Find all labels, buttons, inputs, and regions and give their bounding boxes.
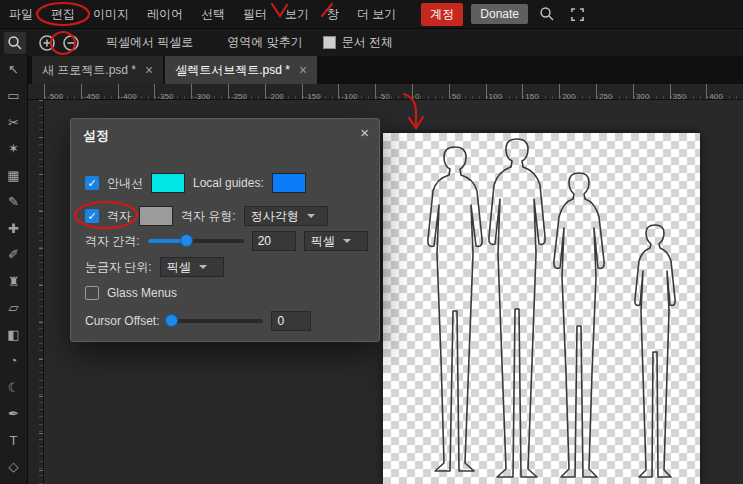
tool-icon: ✚ [8, 221, 19, 236]
tab-select-subject[interactable]: 셀렉트서브젝트.psd * × [165, 56, 317, 84]
ruler-tick: 100 [486, 84, 523, 100]
menu-item[interactable]: 이미지 [84, 0, 138, 28]
horizontal-ruler[interactable]: -500 -450 -400 -350 -300 -250 -200 -150 … [44, 84, 743, 100]
figure-outline-3 [554, 173, 604, 477]
toolbox: ↖ ▭ ✂ ✶ ▦ ✎ ✚ ✐ ♜ ▱ [0, 56, 28, 484]
whole-document-checkbox[interactable] [323, 36, 336, 49]
donate-button[interactable]: Donate [471, 4, 528, 24]
grid-gap-label: 격자 간격: [85, 233, 140, 250]
text-tool[interactable]: T [0, 427, 28, 454]
local-guides-label: Local guides: [193, 176, 264, 190]
close-icon[interactable]: × [360, 124, 369, 141]
ruler-tick: -400 [118, 84, 155, 100]
magic-wand-tool[interactable]: ✶ [0, 136, 28, 163]
ruler-tick: -100 [338, 84, 375, 100]
menu-item[interactable]: 선택 [192, 0, 234, 28]
chevron-down-icon [307, 214, 315, 218]
local-guides-color-swatch[interactable] [272, 173, 306, 193]
tool-icon: ✐ [8, 247, 19, 262]
grid-label: 격자 [107, 208, 131, 225]
ruler-tick: 350 [670, 84, 707, 100]
close-icon[interactable]: × [145, 63, 153, 77]
menu-item[interactable]: 창 [318, 0, 348, 28]
cursor-offset-slider[interactable] [167, 319, 263, 323]
dialog-title: 설정 [83, 127, 109, 145]
vertical-ruler[interactable] [28, 100, 44, 484]
cursor-offset-label: Cursor Offset: [85, 314, 159, 328]
clone-stamp-tool[interactable]: ♜ [0, 268, 28, 295]
ruler-tick: 50 [449, 84, 486, 100]
grid-gap-slider[interactable] [148, 239, 244, 243]
shape-tool[interactable]: ◇ [0, 454, 28, 481]
grid-type-select[interactable]: 정사각형 [244, 206, 328, 226]
ruler-tick: 250 [596, 84, 633, 100]
grid-gap-unit-select[interactable]: 픽셀 [304, 231, 368, 251]
menu-item[interactable]: 보기 [276, 0, 318, 28]
cursor-offset-input[interactable] [271, 311, 311, 331]
guides-row: ✓ 안내선 Local guides: [85, 171, 369, 195]
glass-menus-checkbox[interactable] [85, 286, 99, 300]
figure-outline-1 [428, 147, 482, 471]
menu-items: 파일 편집 이미지 레이어 선택 필터 보기 창 더 보기 [0, 0, 405, 28]
whole-document-label: 문서 전체 [342, 34, 393, 51]
marquee-tool[interactable]: ▭ [0, 83, 28, 110]
guides-color-swatch[interactable] [151, 173, 185, 193]
dodge-tool[interactable]: ☾ [0, 374, 28, 401]
tool-icon: ♜ [8, 274, 20, 289]
tool-icon: ▱ [9, 300, 19, 315]
ruler-tick: -500 [44, 84, 81, 100]
ruler-units-row: 눈금자 단위: 픽셀 [85, 255, 369, 279]
blur-tool[interactable]: ◔ [0, 348, 28, 375]
fullscreen-icon[interactable] [566, 3, 588, 25]
grid-gap-input[interactable] [252, 231, 296, 251]
tool-options-bar: 픽셀에서 픽셀로 영역에 맞추기 문서 전체 [0, 28, 743, 56]
eyedropper-tool[interactable]: ✎ [0, 189, 28, 216]
search-icon[interactable] [536, 3, 558, 25]
ruler-units-select[interactable]: 픽셀 [160, 257, 224, 277]
ruler-tick: -200 [265, 84, 302, 100]
grid-gap-row: 격자 간격: 픽셀 [85, 229, 369, 253]
pixel-to-pixel-button[interactable]: 픽셀에서 픽셀로 [96, 34, 203, 51]
canvas[interactable] [383, 133, 700, 484]
tab-label: 셀렉트서브젝트.psd * [175, 62, 290, 79]
menu-item[interactable]: 파일 [0, 0, 42, 28]
menu-item[interactable]: 편집 [42, 0, 84, 28]
zoom-out-icon[interactable] [60, 32, 82, 54]
gradient-tool[interactable]: ◧ [0, 321, 28, 348]
pen-tool[interactable]: ✒ [0, 401, 28, 428]
zoom-tool-icon[interactable] [4, 32, 26, 54]
fit-area-button[interactable]: 영역에 맞추기 [217, 34, 312, 51]
lasso-tool[interactable]: ✂ [0, 109, 28, 136]
slider-thumb[interactable] [165, 314, 178, 327]
glass-menus-row: Glass Menus [85, 281, 369, 305]
ruler-tick: 150 [522, 84, 559, 100]
account-button[interactable]: 계정 [421, 3, 463, 26]
family-outline-artwork [383, 133, 700, 484]
ruler-tick: -50 [375, 84, 412, 100]
zoom-in-icon[interactable] [36, 32, 58, 54]
crop-tool[interactable]: ▦ [0, 162, 28, 189]
brush-tool[interactable]: ✐ [0, 242, 28, 269]
move-tool[interactable]: ↖ [0, 56, 28, 83]
eraser-tool[interactable]: ▱ [0, 295, 28, 322]
settings-dialog: 설정 × ✓ 안내선 Local guides: ✓ 격자 격자 유형: 정사각… [70, 118, 380, 342]
ruler-tick: -450 [81, 84, 118, 100]
grid-color-swatch[interactable] [139, 206, 173, 226]
ruler-tick: -150 [302, 84, 339, 100]
tool-icon: ☾ [8, 380, 20, 395]
tab-new-project[interactable]: 새 프로젝트.psd * × [32, 56, 163, 84]
menu-item[interactable]: 더 보기 [348, 0, 405, 28]
ruler-tick: 200 [559, 84, 596, 100]
menu-item[interactable]: 레이어 [138, 0, 192, 28]
grid-checkbox[interactable]: ✓ [85, 209, 99, 223]
healing-tool[interactable]: ✚ [0, 215, 28, 242]
ruler-tick: -350 [154, 84, 191, 100]
guides-checkbox[interactable]: ✓ [85, 176, 99, 190]
close-icon[interactable]: × [299, 63, 307, 77]
grid-type-value: 정사각형 [251, 208, 299, 225]
document-tab-bar: 새 프로젝트.psd * × 셀렉트서브젝트.psd * × [0, 56, 743, 84]
slider-thumb[interactable] [180, 234, 193, 247]
tool-icon: ✶ [8, 141, 19, 156]
menu-item[interactable]: 필터 [234, 0, 276, 28]
tool-icon: ✒ [8, 406, 19, 421]
